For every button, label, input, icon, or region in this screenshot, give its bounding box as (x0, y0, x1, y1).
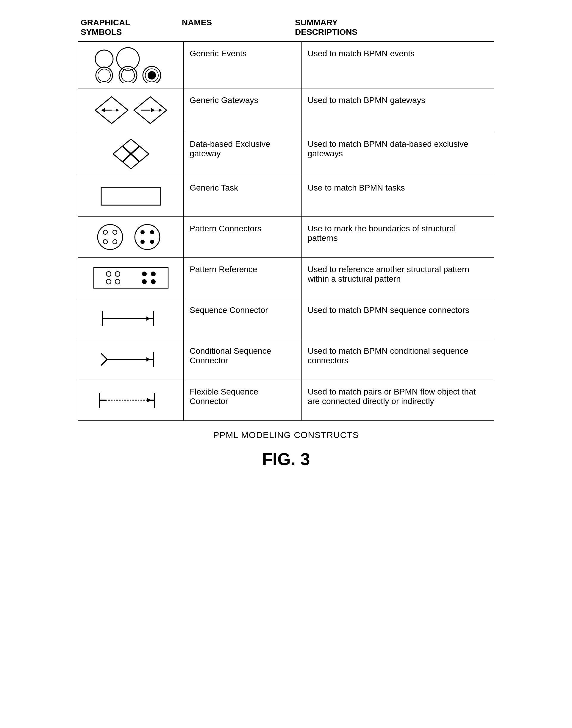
table-row: Pattern Reference Used to reference anot… (78, 258, 494, 299)
svg-point-23 (97, 224, 123, 250)
svg-point-28 (135, 224, 160, 250)
table-row: Generic Task Use to match BPMN tasks (78, 176, 494, 217)
desc-exclusive-gateway: Used to match BPMN data-based exclusive … (301, 132, 494, 176)
table-row: Flexible Sequence Connector Used to matc… (78, 380, 494, 421)
svg-marker-18 (159, 109, 162, 112)
svg-point-34 (106, 272, 111, 276)
svg-point-32 (150, 240, 154, 244)
name-exclusive-gateway: Data-based Exclusive gateway (184, 132, 301, 176)
desc-generic-task: Use to match BPMN tasks (301, 176, 494, 217)
svg-point-41 (151, 279, 156, 284)
svg-point-39 (151, 272, 156, 276)
symbol-exclusive-gateway (78, 132, 184, 176)
desc-generic-events: Used to match BPMN events (301, 42, 494, 88)
symbol-sequence-connector (78, 299, 184, 339)
svg-point-29 (140, 230, 145, 234)
header-summary: SUMMARYDESCRIPTIONS (292, 18, 477, 37)
caption: PPML MODELING CONSTRUCTS (213, 430, 359, 440)
svg-point-0 (95, 50, 113, 68)
svg-point-37 (115, 279, 120, 284)
desc-conditional-sequence: Used to match BPMN conditional sequence … (301, 339, 494, 380)
name-conditional-sequence: Conditional Sequence Connector (184, 339, 301, 380)
svg-point-36 (106, 279, 111, 284)
symbol-conditional-sequence (78, 339, 184, 380)
name-pattern-connectors: Pattern Connectors (184, 217, 301, 258)
svg-rect-33 (94, 267, 168, 288)
name-flexible-sequence: Flexible Sequence Connector (184, 380, 301, 421)
table-row: Sequence Connector Used to match BPMN se… (78, 299, 494, 339)
desc-pattern-connectors: Use to mark the boundaries of structural… (301, 217, 494, 258)
svg-point-30 (150, 230, 154, 234)
svg-point-5 (122, 69, 135, 82)
svg-point-26 (103, 240, 108, 244)
name-sequence-connector: Sequence Connector (184, 299, 301, 339)
svg-point-1 (117, 48, 139, 70)
table-row: Data-based Exclusive gateway Used to mat… (78, 132, 494, 176)
header-symbols: GRAPHICALSYMBOLS (78, 18, 179, 37)
table-row: Generic Gateways Used to match BPMN gate… (78, 88, 494, 132)
name-pattern-reference: Pattern Reference (184, 258, 301, 299)
svg-point-3 (98, 69, 111, 82)
header-names: NAMES (179, 18, 292, 37)
table-row: Pattern Connectors Use to mark the bound… (78, 217, 494, 258)
svg-point-25 (113, 230, 117, 234)
symbol-flexible-sequence (78, 380, 184, 421)
svg-marker-11 (101, 108, 105, 112)
svg-point-27 (113, 240, 117, 244)
desc-generic-gateways: Used to match BPMN gateways (301, 88, 494, 132)
svg-point-40 (142, 279, 147, 284)
svg-point-35 (115, 272, 120, 276)
name-generic-task: Generic Task (184, 176, 301, 217)
fig-label: FIG. 3 (262, 449, 310, 469)
page-content: GRAPHICALSYMBOLS NAMES SUMMARYDESCRIPTIO… (78, 18, 494, 469)
symbol-generic-task (78, 176, 184, 217)
svg-point-31 (140, 240, 145, 244)
svg-point-8 (148, 71, 156, 79)
svg-point-24 (103, 230, 108, 234)
symbol-pattern-reference (78, 258, 184, 299)
symbol-generic-events (78, 42, 184, 88)
symbol-pattern-connectors (78, 217, 184, 258)
column-headers: GRAPHICALSYMBOLS NAMES SUMMARYDESCRIPTIO… (78, 18, 494, 40)
desc-sequence-connector: Used to match BPMN sequence connectors (301, 299, 494, 339)
svg-point-38 (142, 272, 147, 276)
table-row: Conditional Sequence Connector Used to m… (78, 339, 494, 380)
name-generic-gateways: Generic Gateways (184, 88, 301, 132)
name-generic-events: Generic Events (184, 42, 301, 88)
desc-pattern-reference: Used to reference another structural pat… (301, 258, 494, 299)
desc-flexible-sequence: Used to match pairs or BPMN flow object … (301, 380, 494, 421)
table-row: Generic Events Used to match BPMN events (78, 42, 494, 88)
symbol-generic-gateways (78, 88, 184, 132)
svg-marker-13 (116, 109, 119, 112)
main-table: Generic Events Used to match BPMN events (78, 41, 494, 421)
svg-rect-22 (101, 187, 161, 205)
